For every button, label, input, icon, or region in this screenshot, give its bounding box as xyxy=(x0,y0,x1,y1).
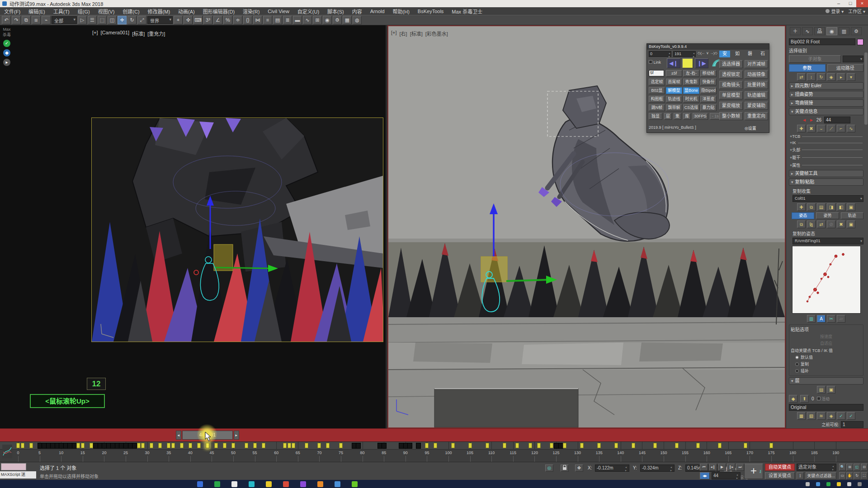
curve-editor-icon[interactable]: ∿ xyxy=(303,16,312,24)
workspace-menu[interactable]: 工作区 ▾ xyxy=(848,8,865,14)
save-layers-icon[interactable]: ▣ xyxy=(827,386,835,394)
layer-name-field[interactable]: Original xyxy=(789,404,863,411)
bskey-button-显Bone[interactable]: 显Bone xyxy=(683,87,699,94)
key-frame-139[interactable] xyxy=(614,443,618,448)
left-vp-label-seg-1[interactable]: [Camera001] xyxy=(101,30,130,37)
parameters-button[interactable]: 参数 xyxy=(789,64,826,72)
taskbar-app-icon-1[interactable] xyxy=(214,481,220,487)
set-key-icon[interactable]: ✚ xyxy=(797,125,806,132)
menu-item-13[interactable]: 内容 xyxy=(348,8,366,15)
no-snapshot-icon[interactable]: ▱ xyxy=(837,315,845,323)
key-frame-72[interactable] xyxy=(326,443,330,448)
right-vp-label-seg-0[interactable]: [+] xyxy=(391,30,397,37)
key-frame-40[interactable] xyxy=(189,443,192,448)
right-vp-label-seg-1[interactable]: [右] xyxy=(400,30,407,37)
taskbar-tray-icon-2[interactable] xyxy=(826,482,830,486)
auto-snapshot-icon[interactable]: A xyxy=(817,315,826,323)
bskey-button-B02显[interactable]: B02显 xyxy=(649,87,665,94)
macro-recorder-field[interactable] xyxy=(1,463,26,470)
bskey-current-key-button[interactable] xyxy=(682,58,693,68)
menu-item-17[interactable]: Max 杀毒卫士 xyxy=(448,8,486,15)
key-frame-158[interactable] xyxy=(696,443,700,448)
display-tab-icon[interactable]: ▥ xyxy=(839,27,849,35)
spline-tangent-icon[interactable]: ∿ xyxy=(847,125,855,132)
bskey-button-时光机[interactable]: 时光机 xyxy=(683,96,699,103)
bskey-button-左-右-[interactable]: 左-右- xyxy=(683,70,699,77)
pan-icon[interactable]: ✋ xyxy=(846,472,853,479)
bskey-tab-磐[interactable]: 磐 xyxy=(745,51,755,57)
object-name-field[interactable]: Bip002 R Foot xyxy=(789,38,855,45)
key-frame-175[interactable] xyxy=(769,443,773,448)
radio-复制[interactable]: 复制 xyxy=(795,361,862,367)
radio-默认值[interactable]: 默认值 xyxy=(795,354,862,360)
menu-item-7[interactable]: 动画(A) xyxy=(174,8,199,15)
activate-only-icon[interactable]: ◈ xyxy=(827,412,835,420)
bskey-link-checkbox[interactable]: Link xyxy=(649,60,661,65)
key-frame-14[interactable] xyxy=(76,443,80,448)
key-frame-127[interactable] xyxy=(563,443,566,448)
layer-collapse-icon[interactable]: ◆ xyxy=(789,395,797,403)
taskbar-app-icon-3[interactable] xyxy=(249,481,255,487)
hierarchy-tab-icon[interactable]: 品 xyxy=(814,27,825,35)
key-frame-75[interactable] xyxy=(339,443,343,448)
key-frame-131[interactable] xyxy=(580,443,584,448)
bskey-settings-button[interactable]: ◎设置 xyxy=(745,125,756,131)
window-crossing-icon[interactable]: ◫ xyxy=(108,16,117,24)
rollout-0[interactable]: ▸四元数/ Euler xyxy=(789,82,863,89)
biped-key-icon[interactable]: ⟟ xyxy=(797,472,804,479)
key-frame-63[interactable] xyxy=(288,443,291,448)
time-slider-next-arrow[interactable]: ▸ xyxy=(234,431,239,440)
bskey-button-视角镜头[interactable]: 视角镜头 xyxy=(719,81,743,89)
key-frame-46[interactable] xyxy=(214,443,218,448)
sub-object-dropdown[interactable] xyxy=(843,56,863,62)
login-menu[interactable]: 登录 ▾ xyxy=(826,8,844,14)
bskey-button-30FPS[interactable]: 30FPS xyxy=(693,113,708,120)
bskey-button-洋葱皮[interactable]: 洋葱皮 xyxy=(700,96,717,103)
maximize-button[interactable]: □ xyxy=(844,0,856,7)
bskey-button-构图框[interactable]: 构图框 xyxy=(649,96,665,103)
collapse-check-icon[interactable]: ✓ xyxy=(837,412,845,420)
taskbar-app-icon-2[interactable] xyxy=(231,481,237,487)
zoom-extents-icon[interactable]: ◱ xyxy=(854,464,860,471)
load-layers-icon[interactable]: ▤ xyxy=(817,386,826,394)
sub-object-button[interactable]: 子对象 xyxy=(789,55,841,63)
rollout-key-info[interactable]: ▾关键点信息 xyxy=(789,108,863,115)
bskey-button-CS选择[interactable]: CS选择 xyxy=(683,104,699,111)
menu-item-10[interactable]: Civil View xyxy=(264,9,293,14)
select-by-name-icon[interactable]: ☰ xyxy=(88,16,97,24)
linear-tangent-icon[interactable]: ⟋ xyxy=(827,125,835,132)
zoom-icon[interactable]: 🔍 xyxy=(839,464,846,471)
rollout-copy-paste[interactable]: ▾复制/粘贴 xyxy=(789,178,863,186)
left-viewport-label[interactable]: [+][Camera001][标准][重充力] xyxy=(92,30,165,37)
load-collection-icon[interactable]: ◨ xyxy=(827,203,835,211)
key-info-sub-+头部[interactable]: +头部 xyxy=(790,147,863,153)
taskbar-app-icon-9[interactable] xyxy=(352,481,358,487)
render-setup-icon[interactable]: ⚙ xyxy=(333,16,342,24)
menu-item-15[interactable]: 帮助(H) xyxy=(389,8,414,15)
right-viewport-label[interactable]: [+][右][标准][彩色墨水] xyxy=(391,30,448,37)
key-frame-97[interactable] xyxy=(434,443,437,448)
prev-key-arrow[interactable]: ◄ xyxy=(802,117,807,122)
key-frame-42[interactable] xyxy=(197,443,201,448)
bskey-button-透视锁定[interactable]: 透视锁定 xyxy=(719,70,743,79)
bskey-prev-key-button[interactable]: ◀❙ xyxy=(667,58,680,68)
menu-item-4[interactable]: 视图(V) xyxy=(94,8,119,15)
duplicate-collection-icon[interactable]: ⧉ xyxy=(807,203,816,211)
rollout-layers[interactable]: ▾层 xyxy=(789,377,863,385)
menu-item-6[interactable]: 修改器(M) xyxy=(144,8,175,15)
orbit-icon[interactable]: ↻ xyxy=(854,472,860,479)
step-tangent-icon[interactable]: ⌐ xyxy=(837,125,845,132)
key-frame-17[interactable] xyxy=(90,443,93,448)
key-frame-143[interactable] xyxy=(632,443,635,448)
dark-key-79[interactable] xyxy=(356,443,361,449)
maxscript-listener-field[interactable]: MAXScript 迷 xyxy=(0,471,36,479)
selection-set-dropdown[interactable]: 选定对象 xyxy=(797,464,836,471)
delete-layer-icon[interactable]: ▧ xyxy=(807,412,816,420)
rendered-frame-window-icon[interactable]: ▦ xyxy=(343,16,352,24)
bskey-button-对齐减帧[interactable]: 对齐减帧 xyxy=(745,60,768,68)
next-frame-icon[interactable]: ❙▸ xyxy=(727,464,735,471)
modify-tab-icon[interactable]: ∿ xyxy=(802,27,813,35)
reference-coordinate-dropdown[interactable]: 世界 xyxy=(147,16,173,24)
bskey-arrow-glyphs[interactable]: ◇(← ∨ →)◇ xyxy=(698,51,717,55)
bskey-button-批量转换[interactable]: 批量转换 xyxy=(745,81,768,89)
